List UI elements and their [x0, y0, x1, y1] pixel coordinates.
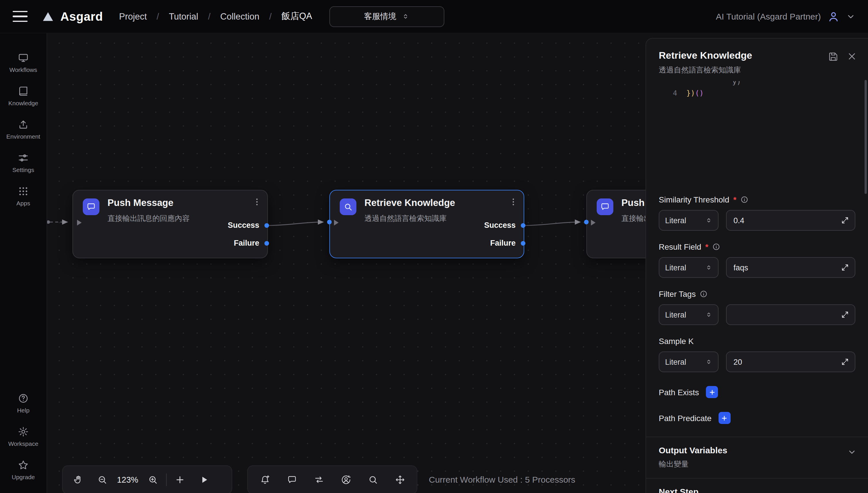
sidebar-item-upgrade[interactable]: Upgrade: [0, 459, 47, 493]
port-success-label: Success: [228, 221, 259, 230]
value-type-label: Literal: [665, 263, 686, 272]
node-retrieve-knowledge[interactable]: Retrieve Knowledge 透過自然語言檢索知識庫 Success F…: [329, 190, 524, 258]
result-field-input[interactable]: [732, 263, 837, 272]
expand-icon[interactable]: [841, 358, 849, 366]
code-line: 4 })(): [659, 89, 704, 97]
port-success-label: Success: [484, 221, 516, 230]
chevron-down-icon[interactable]: [846, 12, 855, 21]
add-path-predicate-button[interactable]: [718, 412, 731, 424]
search-icon[interactable]: [361, 466, 385, 493]
path-predicate-row: Path Predicate: [659, 412, 855, 424]
port-dot-failure[interactable]: [521, 241, 525, 245]
top-bar: Asgard Project / Tutorial / Collection /…: [0, 0, 868, 34]
expand-icon[interactable]: [841, 310, 849, 319]
run-play-icon[interactable]: [192, 466, 216, 493]
selector-chevrons-icon: [705, 358, 712, 365]
chevron-down-icon[interactable]: [847, 448, 856, 457]
sidebar-item-label: Upgrade: [12, 473, 35, 480]
fit-view-move-icon[interactable]: [388, 466, 412, 493]
toolbar-divider: [166, 473, 167, 486]
value-type-select[interactable]: Literal: [659, 257, 718, 278]
breadcrumb-project[interactable]: Project: [119, 11, 147, 22]
menu-icon[interactable]: [13, 10, 28, 22]
node-menu-kebab-icon[interactable]: [509, 197, 518, 207]
pan-hand-icon[interactable]: [66, 466, 90, 493]
sidebar-item-workflows[interactable]: Workflows: [0, 52, 47, 86]
node-menu-kebab-icon[interactable]: [252, 197, 261, 207]
sample-k-input[interactable]: [732, 357, 837, 367]
app-logo[interactable]: Asgard: [41, 9, 103, 23]
info-icon[interactable]: [712, 243, 721, 251]
chat-bubble-icon[interactable]: [280, 466, 304, 493]
selector-chevrons-icon: [402, 13, 410, 20]
expand-icon[interactable]: [841, 216, 849, 224]
path-predicate-label: Path Predicate: [659, 413, 712, 423]
code-token: }): [686, 89, 695, 97]
info-icon[interactable]: [700, 290, 708, 298]
required-marker: *: [705, 242, 708, 251]
sidebar-item-apps[interactable]: Apps: [0, 186, 47, 219]
port-dot-success[interactable]: [265, 223, 269, 228]
logo-triangle-icon: [41, 10, 54, 23]
value-type-select[interactable]: Literal: [659, 304, 718, 325]
input-port-arrow-icon: [591, 220, 596, 226]
user-icon[interactable]: [827, 10, 840, 23]
sidebar-item-label: Workflows: [9, 66, 37, 73]
port-dot-success[interactable]: [521, 223, 525, 228]
code-editor[interactable]: y) 4 })(): [659, 81, 866, 184]
value-input-box: [726, 351, 855, 372]
node-properties-panel: Retrieve Knowledge 透過自然語言檢索知識庫 y) 4 })()…: [645, 38, 868, 493]
port-dot-input[interactable]: [584, 220, 589, 224]
logo-text: Asgard: [60, 9, 103, 23]
add-node-plus-icon[interactable]: [168, 466, 192, 493]
sidebar-item-label: Help: [17, 407, 29, 414]
field-label: Sample K: [659, 337, 693, 346]
user-sync-icon[interactable]: [334, 466, 358, 493]
field-label: Result Field: [659, 242, 701, 251]
breadcrumb-current[interactable]: 飯店QA: [281, 10, 312, 22]
settings-sliders-icon: [18, 152, 29, 164]
port-dot-input[interactable]: [327, 220, 332, 224]
zoom-level[interactable]: 123%: [114, 475, 141, 485]
node-push-message[interactable]: Push Message 直接輸出訊息的回應內容 Success Failure: [72, 190, 268, 258]
sidebar-item-help[interactable]: Help: [0, 393, 47, 426]
close-icon[interactable]: [847, 52, 856, 61]
filter-tags-input[interactable]: [732, 310, 837, 320]
notification-add-icon[interactable]: [253, 466, 277, 493]
field-result-field: Result Field * Literal: [659, 241, 855, 278]
save-icon[interactable]: [828, 52, 838, 62]
breadcrumb-collection[interactable]: Collection: [220, 11, 259, 22]
add-path-exists-button[interactable]: [706, 386, 718, 398]
breadcrumb-tutorial[interactable]: Tutorial: [169, 11, 198, 22]
sidebar-item-environment[interactable]: Environment: [0, 119, 47, 152]
value-type-select[interactable]: Literal: [659, 210, 718, 231]
swap-arrows-icon[interactable]: [307, 466, 331, 493]
next-step-title: Next Step: [659, 487, 733, 493]
next-step-section[interactable]: Next Step 新增或選擇下一個節點: [646, 479, 868, 493]
environment-selector[interactable]: 客服情境: [329, 6, 444, 27]
info-icon[interactable]: [740, 196, 749, 203]
selector-chevrons-icon: [705, 217, 712, 224]
account-label: AI Tutorial (Asgard Partner): [716, 12, 821, 21]
panel-scrollbar[interactable]: [865, 80, 867, 194]
output-variables-section[interactable]: Output Variables 輸出變量: [646, 437, 868, 477]
plus-icon: [721, 414, 728, 421]
sidebar-item-knowledge[interactable]: Knowledge: [0, 86, 47, 119]
output-variables-subtitle: 輸出變量: [659, 459, 727, 469]
sidebar-item-label: Workspace: [8, 440, 39, 447]
sidebar-item-settings[interactable]: Settings: [0, 152, 47, 186]
value-type-select[interactable]: Literal: [659, 351, 718, 372]
zoom-out-icon[interactable]: [90, 466, 114, 493]
selector-chevrons-icon: [705, 311, 712, 318]
workflows-icon: [18, 52, 29, 63]
value-input-box: [726, 210, 855, 231]
sidebar-bottom-group: Help Workspace Upgrade: [0, 393, 47, 493]
zoom-in-icon[interactable]: [141, 466, 165, 493]
code-partial-line: y): [732, 81, 741, 86]
similarity-threshold-input[interactable]: [732, 215, 837, 225]
sidebar-item-workspace[interactable]: Workspace: [0, 426, 47, 459]
help-icon: [18, 393, 29, 404]
node-subtitle: 透過自然語言檢索知識庫: [364, 213, 447, 224]
expand-icon[interactable]: [841, 263, 849, 272]
port-dot-failure[interactable]: [265, 241, 269, 245]
